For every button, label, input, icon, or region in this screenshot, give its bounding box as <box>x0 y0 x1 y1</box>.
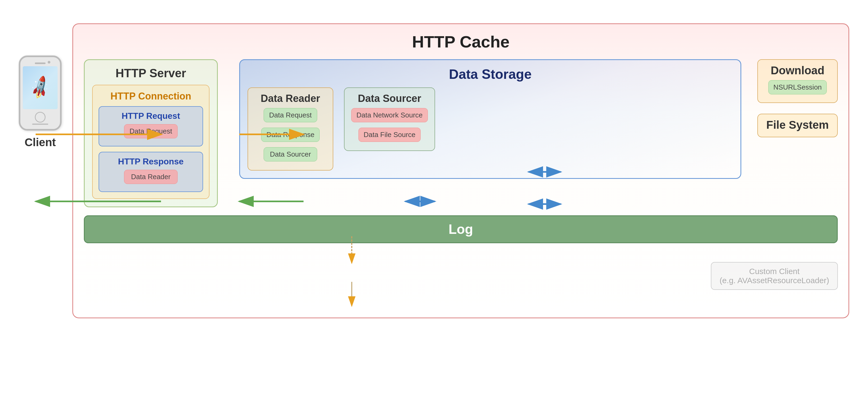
ds-pill-network: Data Network Source <box>351 108 428 122</box>
http-cache-box: HTTP Cache HTTP Server HTTP Connection H… <box>72 23 849 318</box>
phone-screen: 🚀 <box>23 66 58 109</box>
http-server-box: HTTP Server HTTP Connection HTTP Request… <box>84 59 218 207</box>
right-boxes: Download NSURLSession File System <box>757 59 838 137</box>
http-request-title: HTTP Request <box>104 111 198 121</box>
http-response-title: HTTP Response <box>104 157 198 167</box>
data-reader-pill: Data Reader <box>124 170 178 184</box>
data-sourcer-pills: Data Network Source Data File Source <box>350 108 429 144</box>
download-box: Download NSURLSession <box>757 59 838 103</box>
phone-screen-inner: 🚀 <box>23 66 58 109</box>
ds-pill-file: Data File Source <box>359 128 421 142</box>
dr-pill-request: Data Request <box>264 108 317 122</box>
custom-client-box: Custom Client (e.g. AVAssetResourceLoade… <box>711 262 838 290</box>
dr-pill-sourcer: Data Sourcer <box>264 147 317 162</box>
http-request-pill-wrapper: Data Request <box>104 124 198 138</box>
client-section: 🚀 Client <box>19 56 62 149</box>
data-reader-title: Data Reader <box>253 93 328 104</box>
http-request-box: HTTP Request Data Request <box>99 106 203 146</box>
data-sourcer-box: Data Sourcer Data Network Source Data Fi… <box>344 87 435 151</box>
http-server-title: HTTP Server <box>92 66 210 80</box>
http-connection-title: HTTP Connection <box>99 91 203 102</box>
log-box: Log <box>84 215 838 243</box>
diagram-area: HTTP Server HTTP Connection HTTP Request… <box>84 59 838 290</box>
phone-speaker <box>35 62 45 64</box>
http-cache-title: HTTP Cache <box>84 32 838 51</box>
phone-bottom-bar <box>32 123 48 125</box>
data-reader-box: Data Reader Data Request Data Response D… <box>248 87 333 171</box>
file-system-box: File System <box>757 114 838 137</box>
client-label: Client <box>25 136 56 149</box>
http-response-box: HTTP Response Data Reader <box>99 152 203 192</box>
data-storage-inner-row: Data Reader Data Request Data Response D… <box>248 87 733 171</box>
download-title: Download <box>764 64 831 77</box>
data-storage-box: Data Storage Data Reader Data Request Da… <box>239 59 741 179</box>
http-response-pill-wrapper: Data Reader <box>104 170 198 184</box>
data-reader-pills: Data Request Data Response Data Sourcer <box>253 108 328 164</box>
http-connection-box: HTTP Connection HTTP Request Data Reques… <box>92 85 210 199</box>
phone-home-button <box>35 112 45 122</box>
data-storage-title: Data Storage <box>248 66 733 82</box>
data-request-pill-request: Data Request <box>124 124 178 138</box>
custom-client-wrapper: Custom Client (e.g. AVAssetResourceLoade… <box>84 254 838 290</box>
dr-pill-response: Data Response <box>261 128 319 142</box>
rocket-icon: 🚀 <box>27 74 54 101</box>
top-row: HTTP Server HTTP Connection HTTP Request… <box>84 59 838 207</box>
data-sourcer-title: Data Sourcer <box>350 93 429 104</box>
phone-camera <box>48 61 50 63</box>
diagram-wrapper: 🚀 Client HTTP Cache HTTP Server HTTP Con… <box>19 12 849 383</box>
log-title: Log <box>90 222 832 237</box>
custom-client-line2: (e.g. AVAssetResourceLoader) <box>720 276 829 285</box>
custom-client-line1: Custom Client <box>720 267 829 276</box>
nsurlsession-pill: NSURLSession <box>768 80 827 94</box>
canvas: 🚀 Client HTTP Cache HTTP Server HTTP Con… <box>0 0 868 395</box>
phone: 🚀 <box>19 56 62 131</box>
file-system-title: File System <box>764 118 831 132</box>
